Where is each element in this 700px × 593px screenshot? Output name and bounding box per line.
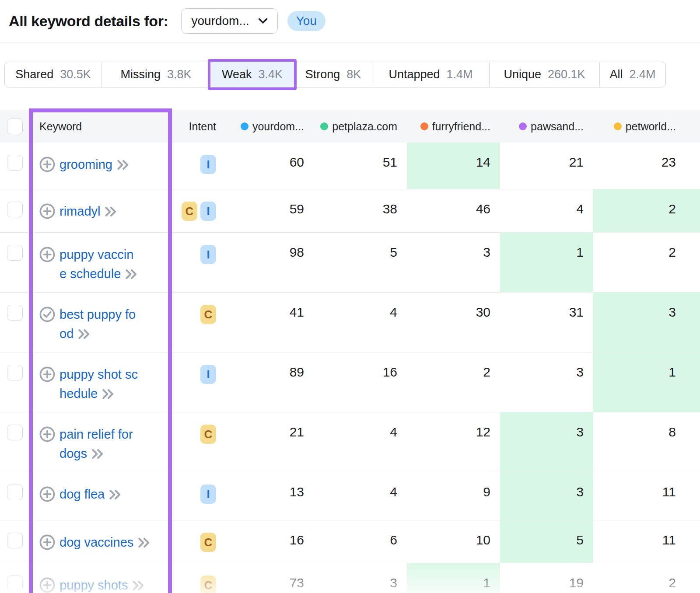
position-value-yourdom: 98 (219, 233, 314, 292)
row-checkbox[interactable] (7, 305, 23, 321)
add-keyword-icon[interactable] (39, 366, 55, 382)
column-header-furryfriend[interactable]: furryfriend... (407, 110, 500, 143)
add-keyword-icon[interactable] (39, 577, 55, 593)
add-keyword-icon-wrap[interactable] (39, 486, 55, 502)
keyword-link[interactable]: puppy shots (60, 578, 128, 592)
open-keyword-icon-wrap[interactable] (124, 269, 139, 280)
keyword-link[interactable]: puppy shot sc hedule (60, 367, 138, 401)
row-checkbox[interactable] (7, 365, 23, 380)
open-keyword-icon[interactable] (131, 580, 146, 591)
open-keyword-icon-wrap[interactable] (77, 328, 92, 340)
intent-badge-informational[interactable]: I (200, 155, 216, 174)
column-header-yourdom[interactable]: yourdom... (219, 110, 314, 143)
open-keyword-icon-wrap[interactable] (101, 388, 116, 400)
open-keyword-icon-wrap[interactable] (116, 159, 131, 171)
keyword-link[interactable]: rimadyl (60, 204, 100, 218)
position-value-furryfriend: 10 (407, 520, 500, 563)
tab-untapped[interactable]: Untapped1.4M (372, 62, 490, 87)
open-keyword-icon[interactable] (137, 537, 152, 548)
add-keyword-icon[interactable] (39, 426, 55, 442)
intent-badge-commercial[interactable]: C (200, 576, 216, 593)
open-keyword-icon[interactable] (108, 489, 123, 500)
selected-tab-annotation (208, 59, 297, 90)
row-checkbox[interactable] (7, 155, 23, 171)
row-checkbox[interactable] (7, 245, 23, 261)
tab-all[interactable]: All2.4M (600, 62, 665, 87)
position-value-yourdom: 89 (219, 352, 314, 412)
tab-strong[interactable]: Strong8K (294, 62, 372, 87)
add-keyword-icon[interactable] (39, 203, 55, 219)
position-value-furryfriend: 2 (407, 352, 500, 412)
open-keyword-icon-wrap[interactable] (91, 448, 105, 460)
row-checkbox[interactable] (7, 202, 23, 217)
open-keyword-icon-wrap[interactable] (104, 206, 119, 217)
tab-weak[interactable]: Weak3.4K (210, 62, 294, 87)
open-keyword-icon-wrap[interactable] (108, 489, 123, 500)
open-keyword-icon[interactable] (116, 159, 131, 171)
position-value-yourdom: 21 (219, 412, 314, 472)
keyword-link[interactable]: dog vaccines (60, 535, 133, 549)
row-checkbox[interactable] (7, 533, 23, 548)
open-keyword-icon[interactable] (104, 206, 119, 217)
keyword-cell: puppy vaccin e schedule (30, 233, 173, 292)
add-keyword-icon[interactable] (39, 534, 55, 550)
row-checkbox[interactable] (7, 425, 23, 440)
intent-badge-informational[interactable]: I (200, 485, 216, 504)
keyword-link[interactable]: dog flea (60, 487, 105, 501)
keyword-link[interactable]: puppy vaccin e schedule (60, 248, 133, 281)
add-keyword-icon[interactable] (39, 157, 55, 172)
open-keyword-icon[interactable] (124, 269, 139, 280)
add-keyword-icon-wrap[interactable] (39, 247, 55, 262)
row-checkbox[interactable] (7, 576, 23, 591)
tab-label: Shared (15, 68, 53, 81)
tab-label: Weak (222, 68, 252, 81)
intent-badge-commercial[interactable]: C (182, 202, 197, 221)
add-keyword-icon-wrap[interactable] (39, 366, 55, 382)
position-value-furryfriend: 12 (407, 412, 500, 472)
add-keyword-icon[interactable] (39, 486, 55, 502)
open-keyword-icon-wrap[interactable] (137, 537, 152, 548)
open-keyword-icon[interactable] (77, 328, 92, 340)
tab-shared[interactable]: Shared30.5K (5, 62, 102, 87)
intent-badge-commercial[interactable]: C (200, 425, 216, 444)
keyword-cell: grooming (30, 143, 173, 189)
page-header: All keyword details for: yourdom... You (0, 0, 700, 42)
column-header-pawsand[interactable]: pawsand... (500, 110, 593, 143)
row-checkbox-cell (0, 472, 30, 520)
tab-missing[interactable]: Missing3.8K (102, 62, 210, 87)
position-value-petplaza: 16 (314, 352, 407, 412)
intent-cell: C (173, 412, 219, 472)
intent-cell: I (173, 233, 219, 292)
open-keyword-icon[interactable] (91, 448, 105, 460)
position-value-petplaza: 51 (314, 143, 407, 189)
row-checkbox[interactable] (7, 485, 23, 500)
column-header-intent[interactable]: Intent (173, 110, 219, 143)
table-body: groomingI6051142123rimadylCI59384642pupp… (0, 143, 700, 593)
add-keyword-icon-wrap[interactable] (39, 534, 55, 550)
intent-badge-informational[interactable]: I (200, 245, 216, 264)
add-keyword-icon-wrap[interactable] (39, 426, 55, 442)
open-keyword-icon[interactable] (101, 388, 116, 400)
intent-badge-informational[interactable]: I (200, 202, 216, 221)
intent-cell: I (173, 472, 219, 520)
keyword-link[interactable]: grooming (60, 157, 112, 171)
intent-badge-commercial[interactable]: C (200, 305, 216, 324)
tab-unique[interactable]: Unique260.1K (490, 62, 600, 87)
add-keyword-icon-wrap[interactable] (39, 157, 55, 172)
intent-badge-commercial[interactable]: C (200, 533, 216, 552)
keyword-added-icon-wrap[interactable] (39, 307, 55, 322)
column-header-petplaza[interactable]: petplaza.com (314, 110, 407, 143)
select-all-checkbox[interactable] (7, 119, 23, 134)
domain-selector-dropdown[interactable]: yourdom... (181, 8, 277, 34)
add-keyword-icon-wrap[interactable] (39, 577, 55, 593)
keyword-cell: dog flea (30, 472, 173, 520)
add-keyword-icon[interactable] (39, 247, 55, 262)
column-header-keyword[interactable]: Keyword (30, 110, 173, 143)
position-value-petworld: 3 (593, 293, 700, 352)
keyword-link[interactable]: best puppy fo od (60, 307, 136, 341)
intent-badge-informational[interactable]: I (200, 365, 216, 384)
add-keyword-icon-wrap[interactable] (39, 203, 55, 219)
position-value-yourdom: 73 (219, 563, 314, 593)
open-keyword-icon-wrap[interactable] (131, 580, 146, 591)
column-header-petworld[interactable]: petworld... (593, 110, 700, 143)
